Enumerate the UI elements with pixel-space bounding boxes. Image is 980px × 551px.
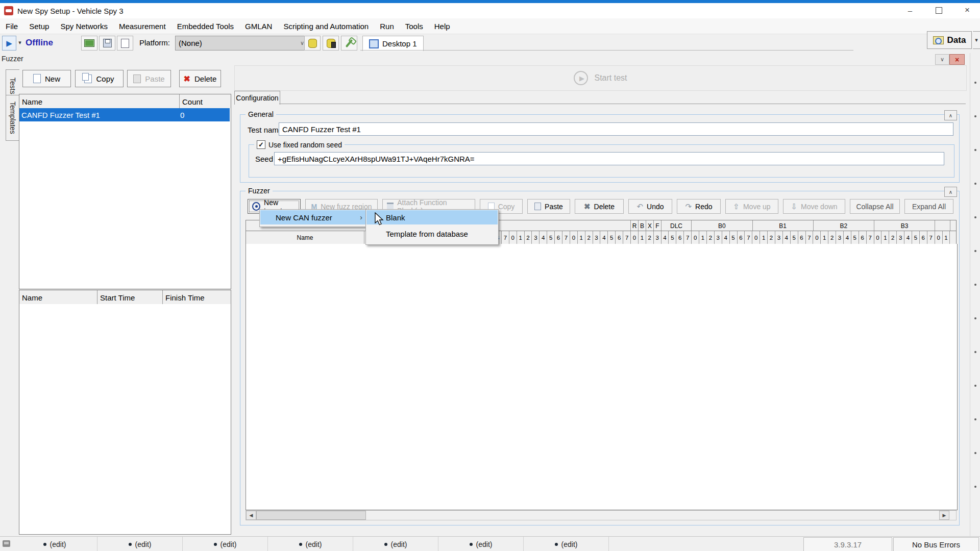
- grid-bit-46: 4: [844, 231, 851, 244]
- database-button[interactable]: [304, 36, 321, 51]
- save-button[interactable]: [99, 36, 115, 51]
- tab-configuration[interactable]: Configuration: [234, 91, 280, 105]
- redo-arrow-icon: ↷: [685, 202, 692, 211]
- fuzzer-collapse-button[interactable]: ∧: [944, 187, 957, 197]
- status-edit-segment-1[interactable]: (edit): [97, 537, 183, 551]
- grid-bit-39: 5: [791, 231, 798, 244]
- test-name-input[interactable]: CANFD Fuzzer Test #1: [279, 122, 953, 136]
- minimize-button[interactable]: –: [902, 4, 918, 16]
- platform-select[interactable]: (None) ∨: [175, 36, 308, 51]
- grid-bit-6: 4: [540, 231, 547, 244]
- menu-item-new-can-fuzzer[interactable]: New CAN fuzzer ›: [260, 210, 366, 224]
- undo-arrow-icon: ↶: [636, 202, 643, 211]
- menu-measurement[interactable]: Measurement: [113, 18, 172, 34]
- status-bar: 3.9.3.17 No Bus Errors (edit)(edit)(edit…: [0, 536, 980, 551]
- expand-all-button[interactable]: Expand All: [904, 199, 953, 214]
- edit-bullet-icon: [470, 543, 473, 546]
- tests-table-body[interactable]: [19, 108, 231, 289]
- database-device-button[interactable]: [323, 36, 339, 51]
- status-edit-segment-6[interactable]: (edit): [524, 537, 609, 551]
- fixed-seed-checkbox[interactable]: ✓: [257, 140, 265, 149]
- paste-test-button[interactable]: Paste: [127, 70, 171, 87]
- panel-collapse-button[interactable]: ∨: [935, 54, 949, 65]
- status-edit-segment-0[interactable]: (edit): [12, 537, 97, 551]
- status-edit-segment-4[interactable]: (edit): [353, 537, 438, 551]
- undo-button[interactable]: ↶ Undo: [628, 199, 672, 214]
- grid-bit-41: 7: [806, 231, 814, 244]
- grid-bit-32: 6: [738, 231, 745, 244]
- start-test-button[interactable]: ▶ Start test: [234, 65, 967, 91]
- runs-col-start[interactable]: Start Time: [97, 290, 163, 305]
- menu-file[interactable]: File: [0, 18, 23, 34]
- menu-item-template-from-database[interactable]: Template from database: [366, 227, 498, 241]
- menu-run[interactable]: Run: [374, 18, 400, 34]
- collapse-all-button[interactable]: Collapse All: [850, 199, 900, 214]
- data-dropdown-caret[interactable]: ▾: [973, 31, 980, 49]
- tests-col-name[interactable]: Name: [19, 94, 180, 109]
- maximize-button[interactable]: [931, 4, 946, 16]
- data-button[interactable]: Data: [927, 31, 972, 49]
- tools-button[interactable]: [341, 36, 357, 51]
- maximize-icon: [936, 7, 942, 14]
- panel-close-button[interactable]: ×: [949, 54, 965, 65]
- run-button[interactable]: ▶: [2, 36, 16, 51]
- grid-bit-53: 3: [897, 231, 904, 244]
- runs-col-name[interactable]: Name: [19, 290, 97, 305]
- move-up-button[interactable]: ⇧ Move up: [725, 199, 778, 214]
- menu-help[interactable]: Help: [429, 18, 456, 34]
- move-down-button[interactable]: ⇩ Move down: [783, 199, 845, 214]
- menu-spy-networks[interactable]: Spy Networks: [55, 18, 113, 34]
- scroll-right-button[interactable]: ▶: [939, 511, 949, 520]
- close-button[interactable]: ×: [960, 4, 975, 16]
- seed-input[interactable]: +gEfisHuNagCLcyeXArH8spUWa91TJ+VAqeHr7kG…: [274, 152, 944, 165]
- grid-bit-2: 0: [509, 231, 517, 244]
- edit-bullet-icon: [43, 543, 46, 546]
- general-collapse-button[interactable]: ∧: [944, 110, 957, 120]
- run-dropdown-caret[interactable]: ▾: [16, 36, 24, 49]
- status-edit-segment-2[interactable]: (edit): [183, 537, 268, 551]
- dock-dot-icon: [974, 284, 976, 286]
- edit-bullet-icon: [214, 543, 217, 546]
- fuzzer-grid-body[interactable]: [246, 244, 958, 510]
- hardware-setup-button[interactable]: [81, 36, 97, 51]
- wrench-icon: [346, 39, 353, 47]
- selected-test-row[interactable]: CANFD Fuzzer Test #1 0: [19, 108, 230, 121]
- menu-setup[interactable]: Setup: [23, 18, 55, 34]
- new-test-button[interactable]: New: [22, 70, 71, 87]
- dock-dot-icon: [974, 82, 976, 84]
- horizontal-scrollbar[interactable]: ◀ ▶: [246, 510, 957, 520]
- scroll-left-button[interactable]: ◀: [246, 511, 256, 520]
- desktop-tab[interactable]: Desktop 1: [362, 36, 424, 51]
- menu-gmlan[interactable]: GMLAN: [239, 18, 278, 34]
- runs-table-body[interactable]: [19, 304, 231, 535]
- tests-col-count[interactable]: Count: [180, 94, 231, 109]
- menu-embedded-tools[interactable]: Embedded Tools: [172, 18, 239, 34]
- status-edit-segment-3[interactable]: (edit): [268, 537, 353, 551]
- delete-test-button[interactable]: ✖ Delete: [179, 70, 221, 87]
- tab-templates[interactable]: Templates: [6, 95, 19, 141]
- fz-paste-button[interactable]: Paste: [527, 199, 570, 214]
- title-bar[interactable]: New Spy Setup - Vehicle Spy 3: [0, 3, 980, 18]
- grid-bit-17: 7: [623, 231, 631, 244]
- grid-bit-1: 7: [502, 231, 509, 244]
- menu-item-blank[interactable]: Blank: [366, 210, 498, 224]
- status-edit-segment-5[interactable]: (edit): [438, 537, 524, 551]
- scrollbar-thumb[interactable]: [256, 511, 366, 520]
- edit-label: (edit): [50, 540, 66, 548]
- platform-value: (None): [179, 39, 202, 47]
- fz-delete-button[interactable]: ✖ Delete: [575, 199, 624, 214]
- menu-tools[interactable]: Tools: [400, 18, 429, 34]
- file-options-button[interactable]: [117, 36, 133, 51]
- app-icon: [4, 6, 13, 15]
- start-test-label: Start test: [594, 73, 627, 83]
- grid-bit-20: 2: [646, 231, 654, 244]
- menu-scripting-automation[interactable]: Scripting and Automation: [278, 18, 374, 34]
- redo-button[interactable]: ↷ Redo: [677, 199, 721, 214]
- dock-dot-icon: [974, 115, 976, 117]
- runs-col-finish[interactable]: Finish Time: [163, 290, 231, 305]
- copy-test-button[interactable]: Copy: [75, 70, 124, 87]
- paste-icon: [133, 74, 141, 83]
- grid-bit-50: 0: [874, 231, 882, 244]
- offline-status-label: Offline: [26, 36, 53, 49]
- grid-bit-43: 1: [821, 231, 828, 244]
